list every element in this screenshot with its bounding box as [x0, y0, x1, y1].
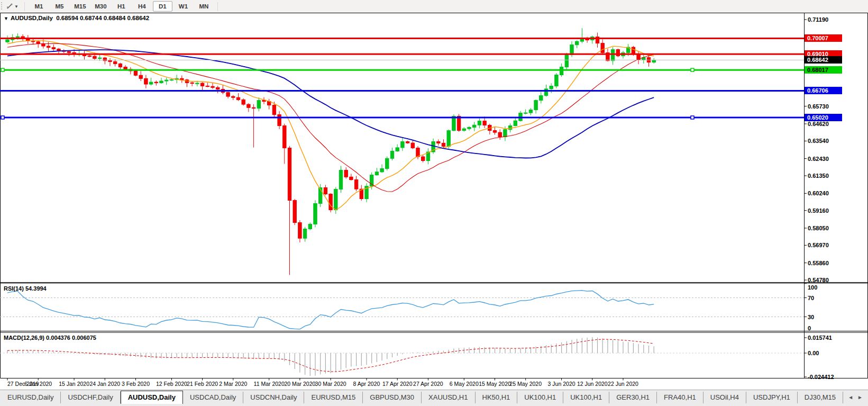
macd-histogram: [7, 337, 654, 376]
timeframe-button-mn[interactable]: MN: [194, 1, 214, 12]
date-tick-label: 17 Apr 2020: [382, 381, 413, 387]
date-tick-label: 22 Jun 2020: [608, 381, 638, 387]
date-tick-label: 6 May 2020: [450, 381, 479, 387]
tab-uk100-h1[interactable]: UK100,H1: [517, 392, 563, 403]
date-tick-label: 11 Mar 2020: [254, 381, 285, 387]
chart-tool-dropdown-button[interactable]: ▼: [4, 2, 21, 11]
tab-usoil-h4[interactable]: USOil,H4: [703, 392, 746, 403]
timeframe-button-m30[interactable]: M30: [91, 1, 111, 12]
crosshair-tool-icon: [6, 3, 13, 10]
trading-terminal-window: ▼ M1M5M15M30H1H4D1W1MN 27 Dec 20196 Jan …: [0, 0, 868, 406]
hline-0.68017[interactable]: [0, 68, 804, 71]
tab-audusd-daily[interactable]: AUDUSD,Daily: [121, 391, 183, 404]
top-toolbar: ▼ M1M5M15M30H1H4D1W1MN: [0, 0, 868, 13]
date-tick-label: 21 Feb 2020: [187, 381, 218, 387]
date-tick-label: 24 Jan 2020: [89, 381, 120, 387]
tab-fra40-h1[interactable]: FRA40,H1: [657, 392, 703, 403]
tab-xauusd-h1[interactable]: XAUUSD,H1: [422, 392, 475, 403]
timeframe-button-m5[interactable]: M5: [50, 1, 69, 12]
axis-ticks: [7, 20, 807, 381]
chevron-down-icon: ▼: [14, 4, 19, 9]
tab-usdjpy-h1[interactable]: USDJPY,H1: [746, 392, 798, 403]
date-tick-label: 8 Apr 2020: [353, 381, 380, 387]
date-tick-label: 6 Jan 2020: [24, 381, 52, 387]
timeframe-button-m1[interactable]: M1: [29, 1, 49, 12]
date-tick-label: 20 Mar 2020: [284, 381, 315, 387]
chart-canvas[interactable]: 27 Dec 20196 Jan 202015 Jan 202024 Jan 2…: [0, 13, 868, 389]
date-tick-label: 15 Jan 2020: [59, 381, 89, 387]
tab-ger30-h1[interactable]: GER30,H1: [609, 392, 657, 403]
chart-tabs-bar: EURUSD,DailyUSDCHF,DailyAUDUSD,DailyUSDC…: [0, 390, 868, 404]
tab-dj30-m15[interactable]: DJ30,M15: [798, 392, 843, 403]
timeframe-button-h4[interactable]: H4: [132, 1, 152, 12]
tabs-scroll-left-icon[interactable]: ◄: [848, 394, 853, 400]
tab-gbpusd-m30[interactable]: GBPUSD,M30: [363, 392, 422, 403]
date-tick-label: 27 Apr 2020: [413, 381, 443, 387]
tab-eurusd-m15[interactable]: EURUSD,M15: [304, 392, 363, 403]
rsi-line: [7, 291, 654, 329]
statusbar-strip: [0, 404, 868, 406]
tab-hk50-h1[interactable]: HK50,H1: [476, 392, 518, 403]
hline-0.65020[interactable]: [0, 116, 804, 119]
date-tick-label: 30 Mar 2020: [315, 381, 346, 387]
ma-slow-blue: [7, 50, 654, 158]
timeframe-button-group: M1M5M15M30H1H4D1W1MN: [29, 1, 214, 12]
tabs-scroll-right-icon[interactable]: ►: [857, 394, 863, 400]
tab-eurusd-daily[interactable]: EURUSD,Daily: [0, 392, 61, 403]
toolbar-separator: [217, 2, 218, 11]
tab-usdchf-daily[interactable]: USDCHF,Daily: [61, 392, 120, 403]
date-tick-label: 2 Mar 2020: [219, 381, 247, 387]
tab-uk100-h1[interactable]: UK100,H1: [563, 392, 609, 403]
timeframe-button-m15[interactable]: M15: [70, 1, 90, 12]
date-tick-label: 3 Feb 2020: [122, 381, 150, 387]
ma-fast-orange: [7, 41, 654, 210]
date-tick-label: 3 Jun 2020: [548, 381, 575, 387]
date-tick-label: 12 Feb 2020: [156, 381, 187, 387]
toolbar-separator: [24, 2, 25, 11]
date-tick-label: 12 Jun 2020: [577, 381, 608, 387]
date-tick-label: 15 May 2020: [479, 381, 511, 387]
tab-usdcad-daily[interactable]: USDCAD,Daily: [183, 392, 243, 403]
date-tick-label: 25 May 2020: [509, 381, 542, 387]
timeframe-button-w1[interactable]: W1: [173, 1, 193, 12]
timeframe-button-d1[interactable]: D1: [153, 1, 172, 12]
timeframe-button-h1[interactable]: H1: [112, 1, 131, 12]
tab-usdcnh-daily[interactable]: USDCNH,Daily: [243, 392, 304, 403]
candles-layer: [6, 28, 656, 275]
toolbar-grip-handle[interactable]: [1, 2, 3, 11]
